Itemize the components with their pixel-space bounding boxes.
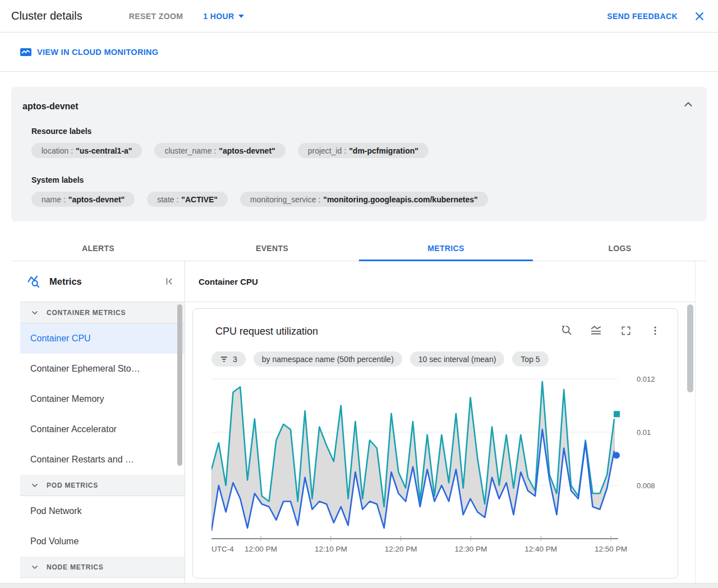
tab-alerts[interactable]: ALERTS [11, 235, 185, 261]
chevron-down-icon [238, 15, 244, 18]
monitoring-row: VIEW IN CLOUD MONITORING [0, 33, 718, 72]
collapse-card-button[interactable] [682, 98, 694, 113]
label-chip[interactable]: state : "ACTIVE" [147, 192, 228, 207]
more-options-button[interactable] [650, 325, 661, 336]
cpu-chart-card: CPU request utilization [192, 308, 678, 578]
chevron-down-icon [30, 308, 39, 317]
sidebar-item-container-ephemeral-storage[interactable]: Container Ephemeral Sto… [20, 354, 185, 384]
chart-toolbar [560, 325, 661, 337]
tab-events[interactable]: EVENTS [185, 235, 359, 261]
resource-labels-row: location : "us-central1-a" cluster_name … [31, 143, 429, 158]
send-feedback-button[interactable]: SEND FEEDBACK [607, 12, 678, 21]
sidebar-item-container-memory[interactable]: Container Memory [20, 384, 185, 414]
cpu-utilization-chart[interactable]: 0.0120.010.00812:00 PM12:10 PM12:20 PM12… [211, 375, 660, 554]
header: Cluster details RESET ZOOM 1 HOUR SEND F… [0, 0, 718, 33]
section-container-metrics[interactable]: CONTAINER METRICS [20, 302, 185, 323]
time-range-dropdown[interactable]: 1 HOUR [203, 12, 243, 21]
chart-filter-row: 3 by namespace name (50th percentile) 10… [211, 351, 549, 367]
collapse-left-icon [164, 276, 174, 286]
chevron-down-icon [30, 481, 39, 490]
sidebar-item-pod-volume[interactable]: Pod Volume [20, 526, 185, 557]
chevron-up-icon [682, 98, 694, 110]
fullscreen-icon [620, 325, 632, 336]
system-labels-title: System labels [31, 175, 84, 184]
more-vert-icon [650, 325, 661, 336]
sidebar-title: Metrics [49, 276, 82, 287]
tab-bar: ALERTS EVENTS METRICS LOGS [11, 235, 707, 261]
metrics-content: Metrics CONTAINER METRICS Container CPU … [20, 261, 696, 583]
panel-header: Container CPU [186, 261, 695, 302]
zoom-reset-icon [560, 325, 572, 337]
group-by-chip[interactable]: by namespace name (50th percentile) [254, 351, 402, 367]
sidebar-item-pod-network[interactable]: Pod Network [20, 496, 185, 526]
chevron-down-icon [30, 563, 39, 572]
view-in-cloud-monitoring-link[interactable]: VIEW IN CLOUD MONITORING [20, 48, 158, 57]
page-title: Cluster details [11, 10, 82, 22]
chart-title: CPU request utilization [215, 326, 318, 337]
reset-zoom-button[interactable]: RESET ZOOM [129, 12, 183, 21]
zoom-reset-button[interactable] [560, 325, 572, 337]
time-range-value: 1 HOUR [203, 12, 234, 21]
svg-text:UTC-4: UTC-4 [211, 545, 234, 553]
chart-panel: Container CPU CPU request utilization [186, 261, 696, 583]
label-chip[interactable]: cluster_name : "aptos-devnet" [154, 143, 285, 158]
sidebar-item-container-cpu[interactable]: Container CPU [20, 323, 185, 354]
filter-icon [220, 355, 229, 364]
resource-labels-title: Resource labels [31, 127, 91, 136]
panel-scrollbar[interactable] [687, 304, 693, 392]
cluster-summary-card: aptos-devnet Resource labels location : … [11, 87, 707, 221]
sidebar-header: Metrics [20, 261, 185, 302]
svg-text:0.008: 0.008 [637, 481, 655, 490]
monitoring-chart-icon [20, 48, 31, 57]
label-chip[interactable]: monitoring_service : "monitoring.googlea… [240, 192, 488, 207]
fullscreen-button[interactable] [620, 325, 632, 336]
tab-metrics[interactable]: METRICS [359, 235, 533, 261]
metrics-search-icon [27, 274, 42, 289]
section-pod-metrics[interactable]: POD METRICS [20, 475, 185, 496]
metrics-sidebar: Metrics CONTAINER METRICS Container CPU … [20, 261, 185, 583]
svg-text:12:40 PM: 12:40 PM [524, 545, 557, 553]
view-mode-button[interactable] [590, 325, 602, 337]
cluster-name: aptos-devnet [22, 101, 79, 112]
svg-text:0.01: 0.01 [637, 428, 651, 437]
svg-text:12:10 PM: 12:10 PM [315, 545, 347, 553]
label-chip[interactable]: location : "us-central1-a" [31, 143, 142, 158]
label-chip[interactable]: name : "aptos-devnet" [31, 192, 135, 207]
waves-icon [590, 325, 602, 337]
filter-count-chip[interactable]: 3 [211, 351, 246, 367]
svg-text:12:50 PM: 12:50 PM [595, 545, 627, 553]
svg-text:12:00 PM: 12:00 PM [245, 545, 277, 553]
system-labels-row: name : "aptos-devnet" state : "ACTIVE" m… [31, 192, 488, 207]
svg-text:12:20 PM: 12:20 PM [385, 545, 417, 553]
sidebar-scrollbar[interactable] [177, 304, 182, 466]
bottom-edge [0, 583, 718, 588]
sidebar-item-container-restarts[interactable]: Container Restarts and … [20, 445, 185, 475]
close-icon [693, 10, 706, 22]
collapse-sidebar-button[interactable] [164, 276, 174, 286]
section-node-metrics[interactable]: NODE METRICS [20, 557, 185, 578]
interval-chip[interactable]: 10 sec interval (mean) [410, 351, 505, 367]
tab-logs[interactable]: LOGS [533, 235, 707, 261]
panel-title: Container CPU [199, 277, 258, 286]
sidebar-item-container-accelerator[interactable]: Container Accelerator [20, 414, 185, 445]
close-button[interactable] [693, 10, 706, 22]
svg-text:0.012: 0.012 [637, 375, 655, 383]
svg-text:12:30 PM: 12:30 PM [455, 545, 487, 553]
label-chip[interactable]: project_id : "dm-pcfmigration" [298, 143, 429, 158]
top5-chip[interactable]: Top 5 [512, 351, 548, 367]
